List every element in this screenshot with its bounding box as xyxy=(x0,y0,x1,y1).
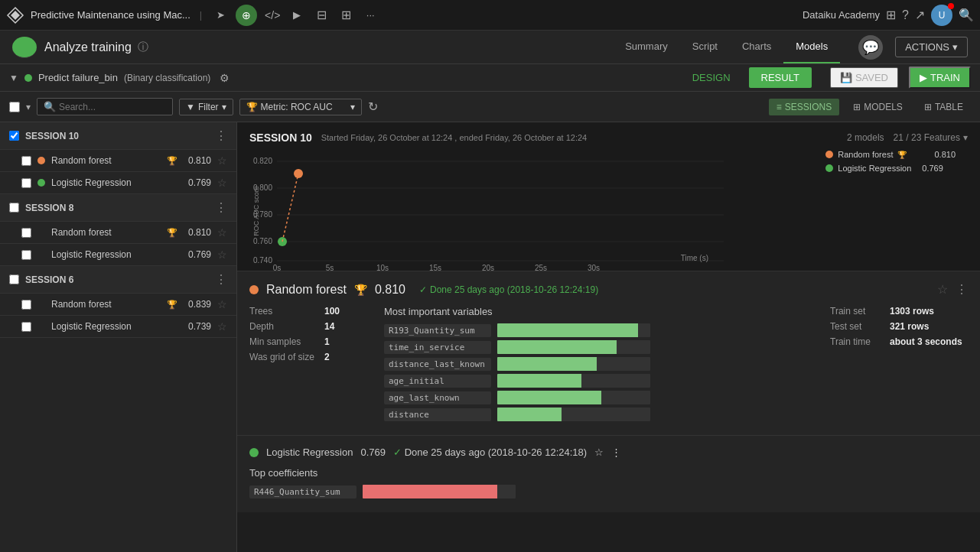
table-icon-top[interactable]: ⊞ xyxy=(337,6,355,24)
chevron-down-breadcrumb[interactable]: ▼ xyxy=(9,73,18,83)
table-button[interactable]: ⊞ TABLE xyxy=(917,99,971,115)
train-time-row: Train time about 3 seconds xyxy=(830,336,968,347)
star-icon-rf8[interactable]: ☆ xyxy=(217,226,227,239)
result-button[interactable]: RESULT xyxy=(749,67,812,88)
legend-lr-score: 0.769 xyxy=(922,164,943,173)
test-set-label: Test set xyxy=(830,321,884,332)
session-6-header[interactable]: SESSION 6 ⋮ xyxy=(0,266,236,293)
trophy-icon-rf10: 🏆 xyxy=(167,156,177,166)
session-10-rf-checkbox[interactable] xyxy=(21,156,31,166)
train-time-label: Train time xyxy=(830,336,884,347)
gear-icon[interactable]: ⚙ xyxy=(220,72,230,84)
session-10-checkbox[interactable] xyxy=(9,131,19,141)
more-icon-lr-card[interactable]: ⋮ xyxy=(611,446,621,458)
train-set-row: Train set 1303 rows xyxy=(830,306,968,317)
apps-icon[interactable]: ⊞ xyxy=(886,8,896,22)
session-8-lr-row[interactable]: Logistic Regression 0.769 ☆ xyxy=(0,243,236,265)
svg-text:20s: 20s xyxy=(482,264,494,272)
session-8-rf-row[interactable]: Random forest 🏆 0.810 ☆ xyxy=(0,221,236,243)
session-10-lr-checkbox[interactable] xyxy=(21,178,31,188)
sessions-button[interactable]: ≡ SESSIONS xyxy=(769,99,839,115)
grid-icon[interactable]: ⊟ xyxy=(312,6,330,24)
info-icon[interactable]: ⓘ xyxy=(138,41,148,54)
select-chevron-icon[interactable]: ▾ xyxy=(26,102,31,112)
refresh-icon[interactable]: ↻ xyxy=(368,99,378,114)
star-icon-lr8[interactable]: ☆ xyxy=(217,248,227,261)
session-10-rf-row[interactable]: Random forest 🏆 0.810 ☆ xyxy=(0,149,236,171)
metric-select[interactable]: 🏆 Metric: ROC AUC ▾ xyxy=(239,99,362,115)
search-icon-top[interactable]: 🔍 xyxy=(959,8,974,22)
test-set-row: Test set 321 rows xyxy=(830,321,968,332)
star-icon-rf6[interactable]: ☆ xyxy=(217,298,227,310)
session-6-checkbox[interactable] xyxy=(9,274,19,284)
saved-button[interactable]: 💾 SAVED xyxy=(830,67,898,88)
var-row-1: time_in_service xyxy=(384,340,818,354)
metric-chevron-icon: ▾ xyxy=(350,102,355,112)
session-10-lr-row[interactable]: Logistic Regression 0.769 ☆ xyxy=(0,171,236,193)
session-8-more-icon[interactable]: ⋮ xyxy=(215,200,227,215)
session-8-checkbox[interactable] xyxy=(9,203,19,213)
actions-button[interactable]: ACTIONS ▾ xyxy=(895,37,968,57)
table-grid-icon: ⊞ xyxy=(924,102,932,112)
trophy-icon-rf6: 🏆 xyxy=(167,300,177,310)
star-icon-rf10[interactable]: ☆ xyxy=(217,154,227,167)
var-bar-5 xyxy=(497,408,650,421)
code-icon[interactable]: </> xyxy=(263,6,282,24)
help-icon[interactable]: ? xyxy=(902,8,909,22)
tab-script[interactable]: Script xyxy=(680,30,730,63)
session-8-header[interactable]: SESSION 8 ⋮ xyxy=(0,194,236,221)
filter-button[interactable]: ▼ Filter ▾ xyxy=(179,99,233,115)
star-icon-lr6[interactable]: ☆ xyxy=(217,320,227,333)
session-6-lr-row[interactable]: Logistic Regression 0.739 ☆ xyxy=(0,315,236,337)
session-6-rf-checkbox[interactable] xyxy=(21,300,31,310)
play-icon[interactable]: ▶ xyxy=(288,6,306,24)
var-label-1: time_in_service xyxy=(384,341,491,354)
select-all-checkbox[interactable] xyxy=(9,102,20,112)
session-6-title: SESSION 6 xyxy=(25,274,209,285)
session-8-rf-checkbox[interactable] xyxy=(21,228,31,238)
tab-models[interactable]: Models xyxy=(783,30,840,63)
var-row-4: age_last_known xyxy=(384,391,818,404)
tab-charts[interactable]: Charts xyxy=(730,30,783,63)
logistic-regression-card: Logistic Regression 0.769 ✓ Done 25 days… xyxy=(237,436,980,512)
trending-icon[interactable]: ↗ xyxy=(915,8,925,22)
session-6-rf-row[interactable]: Random forest 🏆 0.839 ☆ xyxy=(0,293,236,315)
more-icon[interactable]: ··· xyxy=(361,6,379,24)
nav-separator: | xyxy=(200,9,202,21)
search-input[interactable] xyxy=(59,102,166,112)
comment-icon[interactable]: 💬 xyxy=(858,35,883,60)
user-avatar[interactable]: U xyxy=(931,5,952,26)
design-button[interactable]: DESIGN xyxy=(680,72,743,83)
classification-label: (Binary classification) xyxy=(124,73,210,83)
session-8-lr-checkbox[interactable] xyxy=(21,250,31,260)
model-name-label: Predict failure_bin xyxy=(38,72,118,83)
svg-text:15s: 15s xyxy=(429,264,441,272)
session-6-lr-checkbox[interactable] xyxy=(21,322,31,332)
session-8-rf-score: 0.810 xyxy=(184,227,211,238)
star-icon-lr10[interactable]: ☆ xyxy=(217,177,227,189)
train-button[interactable]: ▶ TRAIN xyxy=(909,67,971,89)
rf-card-body: Trees 100 Depth 14 Min samples 1 Was gri… xyxy=(249,306,968,424)
lr-card-dot xyxy=(249,448,259,457)
target-icon[interactable]: ⊕ xyxy=(236,5,257,26)
rf-dot-8 xyxy=(37,229,45,236)
models-button[interactable]: ⊞ MODELS xyxy=(845,99,910,115)
session-10-header[interactable]: SESSION 10 ⋮ xyxy=(0,122,236,149)
features-chevron-icon[interactable]: ▾ xyxy=(963,132,968,143)
send-icon[interactable]: ➤ xyxy=(211,6,230,24)
star-icon-lr-card[interactable]: ☆ xyxy=(594,446,604,458)
var-row-5: distance xyxy=(384,408,818,421)
star-icon-rf-card[interactable]: ☆ xyxy=(937,282,948,297)
stat-label-depth: Depth xyxy=(249,321,318,332)
search-box[interactable]: 🔍 xyxy=(37,98,173,115)
app-logo xyxy=(6,6,24,24)
legend-rf: Random forest 🏆 0.810 xyxy=(825,150,956,159)
session-10-more-icon[interactable]: ⋮ xyxy=(215,128,227,143)
session-6-more-icon[interactable]: ⋮ xyxy=(215,272,227,287)
lr-card-header: Logistic Regression 0.769 ✓ Done 25 days… xyxy=(249,446,968,458)
session-chart: 0.820 0.800 0.780 0.760 0.740 ROC AUC sc… xyxy=(249,150,968,271)
more-icon-rf-card[interactable]: ⋮ xyxy=(956,282,968,297)
tab-summary[interactable]: Summary xyxy=(613,30,680,63)
var-bar-4 xyxy=(497,391,650,404)
stat-value-min-samples: 1 xyxy=(324,336,330,347)
